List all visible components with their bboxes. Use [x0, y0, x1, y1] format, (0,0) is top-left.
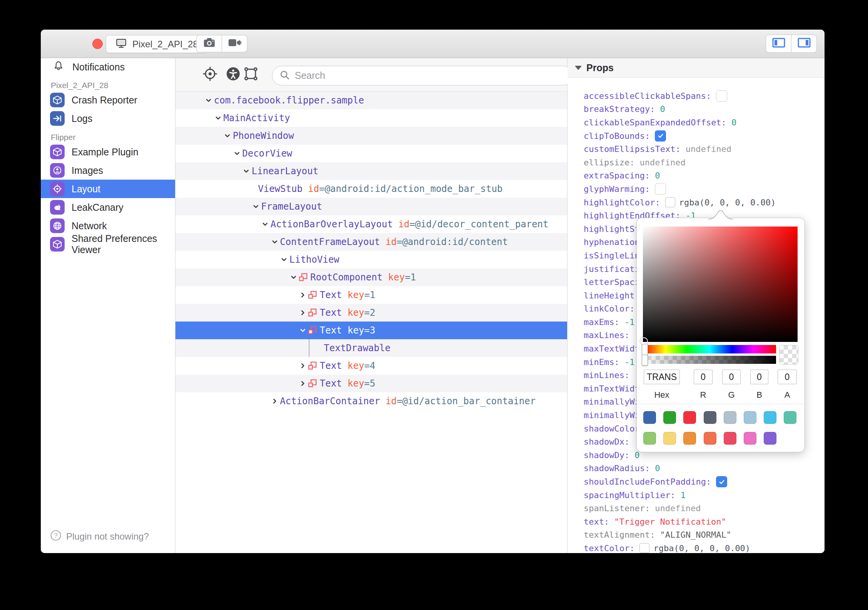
palette-swatch[interactable]: [683, 411, 696, 424]
litho-component-icon: [308, 326, 317, 335]
chevron-down-icon: [575, 66, 582, 70]
prop-name: accessibleClickableSpans:: [584, 91, 711, 101]
close-button[interactable]: [92, 38, 103, 49]
prop-row-spanListener: spanListener:undefined: [584, 502, 825, 515]
sidebar-item-shared-preferences-viewer[interactable]: Shared Preferences Viewer: [41, 235, 175, 253]
toggle-right-sidebar-button[interactable]: [791, 35, 817, 53]
palette-swatch[interactable]: [663, 432, 676, 445]
plugin-sidebar: Notifications Pixel_2_API_28Crash Report…: [41, 58, 175, 553]
sidebar-item-label: Images: [72, 165, 103, 176]
prop-name: lineHeight:: [584, 291, 640, 300]
prop-name: minEms:: [584, 357, 619, 367]
alpha-slider-handle[interactable]: [642, 355, 648, 366]
prop-value: "ALIGN_NORMAL": [660, 530, 731, 540]
tree-node-text[interactable]: Text key=1: [175, 286, 567, 304]
sidebar-item-example-plugin[interactable]: Example Plugin: [41, 143, 175, 161]
chevron-down-icon: [261, 220, 270, 228]
chevron-down-icon: [299, 327, 308, 334]
palette-swatch[interactable]: [643, 432, 656, 445]
palette-swatch[interactable]: [704, 432, 716, 445]
hex-input[interactable]: [644, 370, 680, 384]
prop-color-swatch[interactable]: [639, 543, 649, 553]
tree-node-mainactivity[interactable]: MainActivity: [175, 109, 567, 127]
hue-slider-handle[interactable]: [642, 344, 648, 355]
sidebar-item-label: Logs: [72, 113, 92, 124]
prop-value: 0: [634, 450, 639, 460]
tree-node-text[interactable]: Text key=5: [175, 375, 567, 392]
props-section-header[interactable]: Props: [568, 58, 825, 78]
color-preview-swatch: [779, 345, 798, 365]
select-frame-button[interactable]: [243, 66, 259, 83]
search-input[interactable]: [294, 70, 566, 82]
plugin-not-showing-link[interactable]: ? Plugin not showing?: [50, 530, 149, 543]
screenshot-button[interactable]: [196, 35, 222, 52]
prop-name: shadowRadius:: [584, 463, 650, 473]
tree-node-com-facebook-flipper-sample[interactable]: com.facebook.flipper.sample: [175, 92, 567, 109]
palette-swatch[interactable]: [704, 411, 716, 424]
tree-node-decorview[interactable]: DecorView: [175, 145, 567, 162]
target-mode-button[interactable]: [202, 65, 219, 84]
prop-checkbox[interactable]: [716, 476, 727, 487]
tree-node-framelayout[interactable]: FrameLayout: [175, 198, 567, 215]
device-selector-button[interactable]: Pixel_2_API_28: [106, 35, 207, 53]
tree-node-text[interactable]: Text key=2: [175, 304, 567, 322]
palette-swatch[interactable]: [724, 411, 736, 424]
tree-node-contentframelayout[interactable]: ContentFrameLayout id=@android:id/conten…: [175, 233, 567, 251]
green-input[interactable]: [722, 370, 741, 384]
node-attr-value: =@android:id/content: [397, 237, 508, 247]
litho-component-icon: [308, 291, 317, 299]
alpha-input[interactable]: [778, 370, 797, 384]
tree-node-rootcomponent[interactable]: RootComponent key=1: [175, 268, 567, 286]
red-input[interactable]: [694, 370, 713, 384]
prop-checkbox[interactable]: [716, 90, 727, 102]
node-attr-value: =2: [364, 307, 376, 318]
sidebar-item-network[interactable]: Network: [41, 217, 175, 235]
toggle-left-sidebar-button[interactable]: [766, 35, 791, 53]
palette-swatch[interactable]: [744, 411, 756, 424]
prop-color-swatch[interactable]: [665, 197, 675, 207]
tree-node-textdrawable[interactable]: TextDrawable: [175, 339, 567, 357]
prop-checkbox[interactable]: [655, 130, 666, 142]
sidebar-item-images[interactable]: Images: [41, 161, 175, 180]
palette-swatch[interactable]: [683, 432, 696, 445]
blue-input[interactable]: [750, 370, 768, 384]
sidebar-item-layout[interactable]: Layout: [41, 180, 175, 198]
saturation-value-picker[interactable]: [643, 227, 798, 342]
hue-slider[interactable]: [643, 345, 776, 353]
sidebar-item-crash-reporter[interactable]: Crash Reporter: [41, 91, 175, 109]
prop-name: spanListener:: [584, 503, 650, 513]
prop-value: 1: [680, 490, 685, 500]
tree-node-viewstub[interactable]: ViewStub id=@android:id/action_mode_bar_…: [175, 180, 567, 198]
tree-node-text[interactable]: Text key=4: [175, 357, 567, 375]
palette-swatch[interactable]: [764, 432, 776, 445]
node-attr-key: key: [347, 360, 364, 371]
camera-icon: [202, 36, 216, 52]
node-attr-value: =3: [364, 325, 376, 336]
node-name: com.facebook.flipper.sample: [214, 95, 364, 106]
prop-checkbox[interactable]: [655, 183, 666, 195]
tree-node-text[interactable]: Text key=3: [175, 322, 567, 339]
prop-name: minLines:: [584, 370, 629, 380]
sidebar-item-logs[interactable]: Logs: [41, 109, 175, 128]
palette-swatch[interactable]: [764, 411, 776, 424]
sidebar-item-leakcanary[interactable]: LeakCanary: [41, 198, 175, 217]
tree-node-phonewindow[interactable]: PhoneWindow: [175, 127, 567, 145]
sidebar-item-label: Layout: [72, 183, 100, 195]
palette-swatch[interactable]: [643, 411, 656, 424]
tree-node-lithoview[interactable]: LithoView: [175, 251, 567, 268]
palette-swatch[interactable]: [744, 432, 756, 445]
svg-text:?: ?: [54, 532, 58, 539]
prop-row-shadowRadius: shadowRadius:0: [584, 462, 825, 475]
palette-swatch[interactable]: [724, 432, 736, 445]
tree-node-linearlayout[interactable]: LinearLayout: [175, 162, 567, 180]
tree-node-actionbaroverlaylayout[interactable]: ActionBarOverlayLayout id=@id/decor_cont…: [175, 215, 567, 233]
sidebar-item-notifications[interactable]: Notifications: [41, 58, 175, 76]
screen-record-button[interactable]: [222, 35, 247, 52]
alpha-slider[interactable]: [643, 356, 776, 364]
accessibility-mode-button[interactable]: [225, 66, 241, 83]
prop-name: linkColor:: [584, 304, 634, 313]
prop-value: -1: [624, 317, 635, 327]
palette-swatch[interactable]: [784, 411, 796, 424]
tree-node-actionbarcontainer[interactable]: ActionBarContainer id=@id/action_bar_con…: [175, 392, 567, 410]
palette-swatch[interactable]: [663, 411, 676, 424]
